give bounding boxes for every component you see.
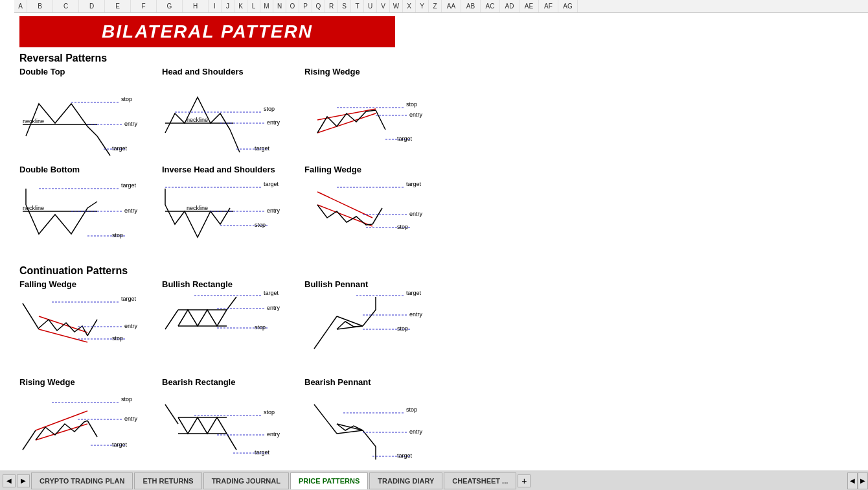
column-headers: A B C D E F G H I J K L M N O P Q R S T … — [14, 0, 868, 13]
svg-text:target: target — [112, 145, 128, 152]
svg-text:neckline: neckline — [23, 118, 44, 124]
rising-wedge-cont-diagram: stop entry target — [19, 388, 149, 471]
tab-trading-journal[interactable]: TRADING JOURNAL — [203, 472, 289, 489]
tab-trading-diary[interactable]: TRADING DIARY — [369, 472, 442, 489]
pattern-head-shoulders: Head and Shoulders stop entry — [162, 67, 298, 162]
pattern-rising-wedge-cont: Rising Wedge — [19, 377, 155, 471]
double-bottom-title: Double Bottom — [19, 165, 155, 174]
tab-nav-left[interactable]: ◀ — [3, 474, 16, 487]
tab-cheatsheet[interactable]: CHEATSHEET ... — [444, 472, 516, 489]
svg-text:neckline: neckline — [187, 205, 208, 211]
pattern-bearish-rect: Bearish Rectangle — [162, 377, 298, 471]
svg-text:target: target — [112, 441, 128, 448]
svg-text:target: target — [121, 296, 137, 302]
svg-line-88 — [87, 421, 97, 437]
reversal-patterns-row2: Double Bottom target entry — [19, 165, 868, 260]
svg-line-107 — [337, 430, 363, 434]
svg-line-57 — [87, 320, 97, 336]
falling-wedge-cont-diagram: target entry stop — [19, 290, 149, 375]
continuation-section-header: Continuation Patterns — [19, 265, 868, 277]
falling-wedge-rev-diagram: target entry stop — [304, 176, 434, 260]
svg-line-55 — [39, 316, 87, 332]
svg-line-45 — [317, 192, 372, 218]
tab-scroll-left[interactable]: ◀ — [847, 472, 858, 489]
reversal-section-header: Reversal Patterns — [19, 52, 868, 64]
svg-line-54 — [23, 303, 39, 329]
svg-line-77 — [363, 310, 376, 326]
main-content: BILATERAL PATTERN Reversal Patterns Doub… — [14, 13, 868, 471]
pattern-bullish-pennant: Bullish Pennant — [304, 279, 440, 375]
double-bottom-diagram: target entry stop neckline — [19, 176, 149, 260]
svg-text:entry: entry — [124, 415, 138, 422]
falling-wedge-rev-title: Falling Wedge — [304, 165, 440, 174]
tab-eth-returns[interactable]: ETH RETURNS — [134, 472, 201, 489]
svg-text:entry: entry — [267, 431, 280, 438]
svg-text:neckline: neckline — [23, 205, 44, 211]
svg-text:stop: stop — [406, 101, 417, 108]
continuation-patterns-row1: Falling Wedge — [19, 279, 868, 375]
svg-text:entry: entry — [409, 311, 423, 318]
svg-text:stop: stop — [255, 222, 266, 228]
head-shoulders-diagram: stop entry target neckline — [162, 78, 291, 162]
rising-wedge-rev-diagram: stop entry target — [304, 78, 434, 162]
falling-wedge-cont-title: Falling Wedge — [19, 279, 155, 289]
svg-text:entry: entry — [409, 211, 423, 217]
pattern-bearish-pennant: Bearish Pennant — [304, 377, 440, 471]
bearish-pennant-title: Bearish Pennant — [304, 377, 440, 387]
svg-text:target: target — [397, 452, 413, 459]
inv-head-shoulders-title: Inverse Head and Shoulders — [162, 165, 298, 174]
pattern-double-bottom: Double Bottom target entry — [19, 165, 155, 260]
svg-line-47 — [372, 208, 382, 224]
svg-line-18 — [317, 113, 376, 133]
reversal-patterns-row: Double Top stop entry — [19, 67, 868, 162]
svg-line-64 — [165, 310, 178, 329]
svg-line-56 — [39, 329, 87, 342]
tab-bar: ◀ ▶ CRYPTO TRADING PLAN ETH RETURNS TRAD… — [0, 471, 868, 490]
svg-text:stop: stop — [255, 324, 266, 331]
svg-text:target: target — [121, 182, 137, 189]
svg-text:target: target — [255, 449, 270, 456]
double-top-diagram: stop entry target neckline — [19, 78, 149, 162]
double-top-title: Double Top — [19, 67, 155, 76]
bearish-pennant-diagram: stop entry target — [304, 388, 434, 471]
svg-line-108 — [363, 430, 376, 447]
bullish-rect-title: Bullish Rectangle — [162, 279, 298, 289]
tab-scroll-controls: ◀ ▶ — [847, 472, 868, 489]
tab-add-button[interactable]: + — [518, 474, 531, 487]
pattern-falling-wedge-cont: Falling Wedge — [19, 279, 155, 375]
pattern-falling-wedge-rev: Falling Wedge target — [304, 165, 440, 260]
svg-text:stop: stop — [406, 406, 417, 413]
svg-line-67 — [227, 297, 236, 310]
svg-text:stop: stop — [112, 335, 123, 342]
svg-text:entry: entry — [409, 111, 423, 118]
svg-text:entry: entry — [267, 119, 280, 126]
pattern-bullish-rect: Bullish Rectangle — [162, 279, 298, 375]
pattern-inv-head-shoulders: Inverse Head and Shoulders target — [162, 165, 298, 260]
svg-text:target: target — [406, 181, 422, 187]
svg-text:stop: stop — [264, 409, 275, 415]
svg-text:stop: stop — [121, 396, 132, 402]
svg-text:entry: entry — [124, 323, 138, 329]
tab-crypto-trading-plan[interactable]: CRYPTO TRADING PLAN — [31, 472, 133, 489]
svg-line-0 — [97, 136, 110, 156]
bearish-rect-diagram: stop entry target — [162, 388, 291, 471]
rising-wedge-cont-title: Rising Wedge — [19, 377, 155, 387]
svg-text:stop: stop — [397, 325, 408, 332]
svg-text:neckline: neckline — [187, 117, 208, 123]
tab-scroll-right[interactable]: ▶ — [858, 472, 868, 489]
head-shoulders-title: Head and Shoulders — [162, 67, 298, 76]
tab-nav-right[interactable]: ▶ — [17, 474, 30, 487]
tab-price-patterns[interactable]: PRICE PATTERNS — [290, 472, 368, 489]
svg-text:target: target — [255, 145, 270, 152]
svg-text:target: target — [264, 181, 279, 187]
svg-text:stop: stop — [264, 106, 275, 112]
svg-text:stop: stop — [121, 96, 132, 102]
svg-text:stop: stop — [112, 232, 123, 239]
pattern-rising-wedge-rev: Rising Wedge — [304, 67, 440, 162]
bearish-rect-title: Bearish Rectangle — [162, 377, 298, 387]
svg-text:entry: entry — [267, 207, 280, 214]
svg-line-95 — [165, 404, 178, 424]
rising-wedge-rev-title: Rising Wedge — [304, 67, 440, 76]
svg-text:target: target — [406, 290, 422, 296]
svg-line-98 — [227, 434, 236, 450]
